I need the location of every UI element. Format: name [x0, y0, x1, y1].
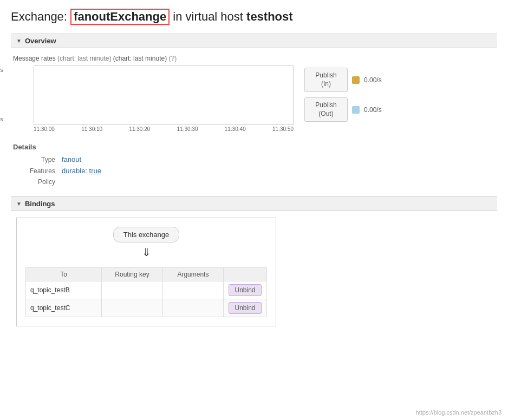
- watermark: https://blog.csdn.net/zpeantbzh3: [416, 409, 502, 416]
- virtual-host: testhost: [246, 10, 293, 23]
- col-header-action: [224, 268, 267, 281]
- down-arrow-icon: ⇓: [142, 246, 151, 259]
- publish-in-value: 0.00/s: [364, 76, 382, 84]
- x-label-5: 11:30:50: [272, 126, 294, 132]
- chart-x-labels: 11:30:00 11:30:10 11:30:20 11:30:30 11:3…: [34, 126, 294, 132]
- bindings-header: ▼ Bindings: [11, 196, 497, 211]
- bindings-label: Bindings: [25, 200, 55, 208]
- publish-in-button[interactable]: Publish (In): [304, 68, 348, 92]
- publish-out-button[interactable]: Publish (Out): [304, 97, 348, 122]
- cell-arguments: [162, 299, 223, 317]
- overview-label: Overview: [25, 37, 56, 45]
- title-prefix: Exchange:: [11, 10, 70, 23]
- legend-row-publish-in: Publish (In) 0.00/s: [304, 68, 382, 92]
- publish-out-label-line2: (Out): [312, 110, 340, 119]
- collapse-triangle-icon: ▼: [16, 38, 22, 44]
- bindings-box: This exchange ⇓ To Routing key Arguments…: [16, 218, 276, 326]
- publish-in-label-line2: (In): [312, 80, 340, 89]
- cell-arguments: [162, 281, 223, 299]
- x-label-3: 11:30:30: [177, 126, 198, 132]
- overview-section: ▼ Overview Message rates (chart: last mi…: [11, 34, 497, 132]
- publish-in-color-box: [352, 76, 360, 84]
- publish-out-color-box: [352, 106, 360, 114]
- col-header-to: To: [26, 268, 102, 281]
- details-key-type: Type: [18, 156, 62, 163]
- durable-value: true: [89, 167, 101, 175]
- details-table: Type fanout Features durable: true Polic…: [18, 155, 497, 186]
- publish-in-label-line1: Publish: [312, 71, 340, 80]
- unbind-button[interactable]: Unbind: [229, 302, 261, 314]
- details-key-features: Features: [18, 167, 62, 175]
- chart-y-top: 1.0/s: [0, 67, 3, 73]
- table-row: q_topic_testB Unbind: [26, 281, 267, 299]
- details-section: Details Type fanout Features durable: tr…: [11, 143, 497, 186]
- x-label-0: 11:30:00: [34, 126, 55, 132]
- x-label-4: 11:30:40: [225, 126, 246, 132]
- cell-routing-key: [102, 281, 163, 299]
- x-label-2: 11:30:20: [129, 126, 150, 132]
- cell-unbind: Unbind: [224, 299, 267, 317]
- overview-header: ▼ Overview: [11, 34, 497, 48]
- bindings-section: ▼ Bindings This exchange ⇓ To Routing ke…: [11, 196, 497, 326]
- exchange-name: fanoutExchange: [70, 9, 170, 25]
- cell-to: q_topic_testB: [26, 281, 102, 299]
- cell-unbind: Unbind: [224, 281, 267, 299]
- page-title: Exchange: fanoutExchange in virtual host…: [11, 9, 497, 25]
- details-row-features: Features durable: true: [18, 167, 497, 175]
- chart-canvas: [34, 65, 294, 125]
- unbind-button[interactable]: Unbind: [229, 284, 261, 296]
- bindings-collapse-icon: ▼: [16, 201, 22, 207]
- col-header-arguments: Arguments: [162, 268, 223, 281]
- x-label-1: 11:30:10: [81, 126, 102, 132]
- message-rates-label: Message rates (chart: last minute) (char…: [11, 55, 497, 62]
- legend-row-publish-out: Publish (Out) 0.00/s: [304, 97, 382, 122]
- binding-diagram: This exchange ⇓: [25, 227, 267, 259]
- this-exchange-button[interactable]: This exchange: [113, 227, 180, 242]
- bindings-table: To Routing key Arguments q_topic_testB U…: [25, 267, 267, 317]
- details-value-features: durable: true: [62, 167, 101, 175]
- cell-routing-key: [102, 299, 163, 317]
- publish-out-label-line1: Publish: [312, 101, 340, 110]
- details-row-policy: Policy: [18, 178, 497, 186]
- details-key-policy: Policy: [18, 178, 62, 186]
- table-row: q_topic_testC Unbind: [26, 299, 267, 317]
- details-value-type: fanout: [62, 155, 81, 163]
- title-middle: in virtual host: [170, 10, 246, 23]
- chart-wrapper: 1.0/s 0.0/s 11:30:00 11:30:10 11:30:20 1…: [11, 65, 294, 132]
- details-title: Details: [13, 143, 497, 151]
- legend-area: Publish (In) 0.00/s Publish (Out) 0.00/s: [304, 65, 382, 122]
- publish-out-value: 0.00/s: [364, 106, 382, 114]
- cell-to: q_topic_testC: [26, 299, 102, 317]
- chart-area: 1.0/s 0.0/s 11:30:00 11:30:10 11:30:20 1…: [11, 65, 497, 132]
- details-row-type: Type fanout: [18, 155, 497, 163]
- bindings-table-header-row: To Routing key Arguments: [26, 268, 267, 281]
- col-header-routing-key: Routing key: [102, 268, 163, 281]
- chart-y-bottom: 0.0/s: [0, 116, 3, 122]
